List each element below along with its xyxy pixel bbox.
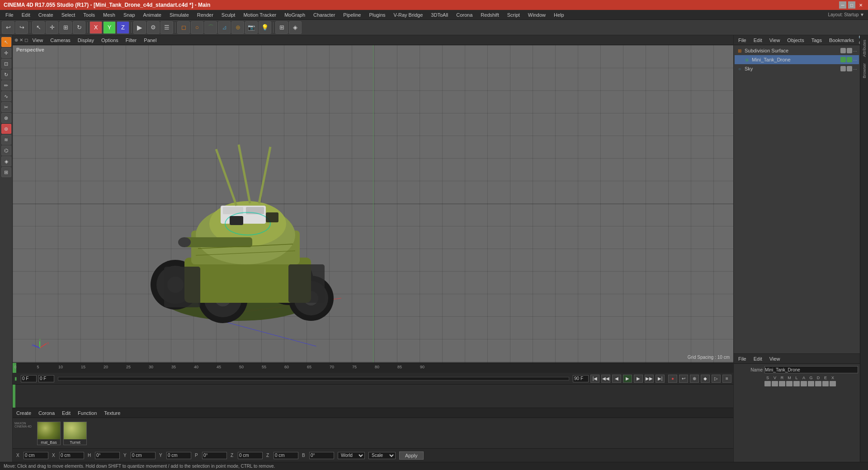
y2-position-input[interactable] <box>166 452 191 459</box>
menu-simulate[interactable]: Simulate <box>166 11 193 19</box>
redo-button[interactable]: ↪ <box>15 21 28 34</box>
p-rotation-input[interactable] <box>202 452 227 459</box>
minimize-button[interactable]: ─ <box>839 1 846 9</box>
next-key-button[interactable]: ▶▶ <box>645 375 654 383</box>
next-frame-button[interactable]: ▶ <box>634 375 643 383</box>
knife-tool[interactable]: ✂ <box>1 102 11 112</box>
deformer-button[interactable]: ⊿ <box>218 21 231 34</box>
attr-icon-s[interactable] <box>764 381 771 386</box>
extrude-tool[interactable]: ⊞ <box>1 167 11 177</box>
key-button[interactable]: ◆ <box>701 375 710 383</box>
attr-icon-r[interactable] <box>779 381 785 386</box>
z2-position-input[interactable] <box>274 452 298 459</box>
attr-icon-a[interactable] <box>801 381 807 386</box>
menu-motion-tracker[interactable]: Motion Tracker <box>240 11 280 19</box>
mat-corona-btn[interactable]: Corona <box>37 409 57 417</box>
object-name-input[interactable] <box>764 366 858 373</box>
3d-viewport[interactable]: Perspective <box>13 45 733 362</box>
menu-sculpt[interactable]: Sculpt <box>218 11 239 19</box>
play-button[interactable]: ▶ <box>623 375 632 383</box>
goto-start-button[interactable]: |◀ <box>590 375 599 383</box>
y-position-input[interactable] <box>131 452 156 459</box>
y-axis-button[interactable]: Y <box>103 21 116 34</box>
menu-snap[interactable]: Snap <box>120 11 139 19</box>
menu-mesh[interactable]: Mesh <box>99 11 119 19</box>
render-queue-button[interactable]: ☰ <box>160 21 173 34</box>
render-view-button[interactable]: ▶ <box>133 21 146 34</box>
attr-icon-m[interactable] <box>786 381 793 386</box>
menu-3dtoall[interactable]: 3DToAll <box>427 11 452 19</box>
attr-edit-btn[interactable]: Edit <box>751 356 765 362</box>
light-button[interactable]: 💡 <box>259 21 271 34</box>
current-frame-input[interactable] <box>21 375 37 382</box>
attr-view-btn[interactable]: View <box>767 356 783 362</box>
obj-mini-tank-drone[interactable]: ⊕ Mini_Tank_Drone … <box>735 55 859 64</box>
attr-icon-l[interactable] <box>793 381 800 386</box>
tank-vis-1[interactable] <box>840 57 846 62</box>
rp-file-btn[interactable]: File <box>736 37 749 43</box>
move-tool[interactable]: ✛ <box>1 48 11 58</box>
menu-window[interactable]: Window <box>524 11 549 19</box>
select-tool[interactable]: ↖ <box>1 37 11 47</box>
goto-end-button[interactable]: ▶| <box>656 375 665 383</box>
b-rotation-input[interactable] <box>309 452 334 459</box>
spline-pen[interactable]: ∿ <box>1 91 11 101</box>
rp-bookmarks-btn[interactable]: Bookmarks <box>826 37 857 43</box>
start-frame-display[interactable] <box>38 375 54 382</box>
live-select-button[interactable]: ↖ <box>32 21 45 34</box>
grid-button[interactable]: ⊞ <box>275 21 288 34</box>
vp-filter-menu[interactable]: Filter <box>123 37 139 43</box>
paint-tool[interactable]: ⌬ <box>1 146 11 155</box>
loop-button[interactable]: ↩ <box>679 375 688 383</box>
vp-view-menu[interactable]: View <box>30 37 46 43</box>
rp-view-btn[interactable]: View <box>767 37 783 43</box>
motion-button[interactable]: ≡ <box>722 375 731 383</box>
render-settings-button[interactable]: ⚙ <box>147 21 160 34</box>
vp-options-menu[interactable]: Options <box>99 37 121 43</box>
mat-create-btn[interactable]: Create <box>14 409 33 417</box>
menu-script[interactable]: Script <box>504 11 524 19</box>
menu-pipeline[interactable]: Pipeline <box>340 11 364 19</box>
spline-button[interactable]: ⌒ <box>204 21 217 34</box>
rp-tags-btn[interactable]: Tags <box>809 37 825 43</box>
menu-plugins[interactable]: Plugins <box>365 11 389 19</box>
x-axis-button[interactable]: X <box>90 21 102 34</box>
attr-icon-g[interactable] <box>808 381 814 386</box>
h-rotation-input[interactable] <box>95 452 120 459</box>
move-tool-button[interactable]: ✛ <box>46 21 58 34</box>
smooth-tool[interactable]: ≋ <box>1 135 11 145</box>
z-axis-button[interactable]: Z <box>117 21 129 34</box>
scale-dropdown[interactable]: Scale <box>368 452 396 459</box>
rotate-tool-button[interactable]: ↻ <box>73 21 85 34</box>
x2-position-input[interactable] <box>59 452 84 459</box>
menu-animate[interactable]: Animate <box>140 11 165 19</box>
mat-function-btn[interactable]: Function <box>76 409 99 417</box>
prev-key-button[interactable]: ◀◀ <box>601 375 610 383</box>
magnet-tool[interactable]: ⊗ <box>1 113 11 123</box>
sky-vis-1[interactable] <box>840 66 846 71</box>
cube-button[interactable]: ◻ <box>177 21 190 34</box>
timeline-slider[interactable] <box>58 377 569 381</box>
maximize-button[interactable]: □ <box>848 1 855 9</box>
camera-button[interactable]: 📷 <box>245 21 258 34</box>
side-tab-browser[interactable]: Browser <box>861 61 868 81</box>
sub-vis-2[interactable] <box>847 48 852 53</box>
menu-create[interactable]: Create <box>35 11 57 19</box>
world-dropdown[interactable]: World Object <box>338 452 365 459</box>
sky-vis-2[interactable] <box>847 66 852 71</box>
sub-vis-1[interactable] <box>840 48 846 53</box>
menu-edit[interactable]: Edit <box>18 11 34 19</box>
rotate-tool[interactable]: ↻ <box>1 70 11 80</box>
attr-icon-e[interactable] <box>822 381 829 386</box>
material-mat-bas[interactable]: mat_Bas <box>37 422 61 445</box>
scale-tool[interactable]: ⊡ <box>1 59 11 69</box>
vp-cameras-menu[interactable]: Cameras <box>47 37 73 43</box>
z-position-input[interactable] <box>238 452 263 459</box>
vp-display-menu[interactable]: Display <box>75 37 97 43</box>
sphere-button[interactable]: ○ <box>191 21 203 34</box>
menu-tools[interactable]: Tools <box>80 11 99 19</box>
menu-select[interactable]: Select <box>58 11 79 19</box>
material-turret[interactable]: Turret <box>63 422 87 445</box>
mat-edit-btn[interactable]: Edit <box>60 409 72 417</box>
vp-panel-menu[interactable]: Panel <box>141 37 159 43</box>
